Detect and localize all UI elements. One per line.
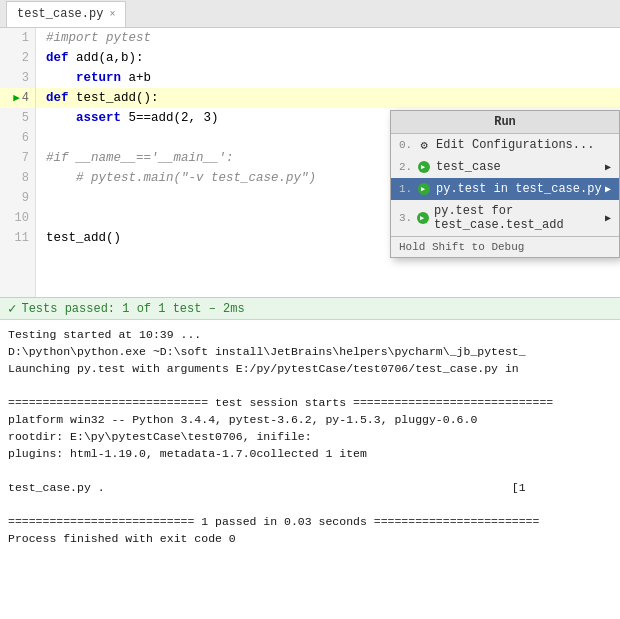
terminal-line-12: Process finished with exit code 0 [8,530,612,547]
run-item-label-0: Edit Configurations... [436,138,594,152]
line-number-11: 11 [0,228,35,248]
tab-label: test_case.py [17,7,103,21]
gear-icon: ⚙ [417,138,431,152]
line-number-8: 8 [0,168,35,188]
code-line-1: #import pytest [36,28,620,48]
editor-area: 123▶4567891011 #import pytestdef add(a,b… [0,28,620,298]
run-item-num-3: 3. [399,212,413,224]
run-item-num-0: 0. [399,139,413,151]
terminal-line-0: Testing started at 10:39 ... [8,326,612,343]
code-line-4: def test_add(): [36,88,620,108]
run-item-num-2: 1. [399,183,413,195]
terminal-line-6: rootdir: E:\py\pytestCase\test0706, inif… [8,428,612,445]
run-popup-item-3[interactable]: 3.py.test for test_case.test_add▶ [391,200,619,236]
line-number-9: 9 [0,188,35,208]
run-popup-hint: Hold Shift to Debug [391,236,619,257]
code-line-3: return a+b [36,68,620,88]
run-item-arrow-3: ▶ [605,212,611,224]
run-icon [417,182,431,196]
terminal-line-10 [8,496,612,513]
line-number-7: 7 [0,148,35,168]
run-item-label-1: test_case [436,160,501,174]
run-item-label-2: py.test in test_case.py [436,182,602,196]
terminal-output: Testing started at 10:39 ...D:\python\py… [0,320,620,619]
terminal-line-5: platform win32 -- Python 3.4.4, pytest-3… [8,411,612,428]
status-bar: ✓ Tests passed: 1 of 1 test – 2ms [0,298,620,320]
run-item-num-1: 2. [399,161,413,173]
run-item-arrow-1: ▶ [605,161,611,173]
terminal-line-7: plugins: html-1.19.0, metadata-1.7.0coll… [8,445,612,462]
line-number-5: 5 [0,108,35,128]
terminal-line-2: Launching py.test with arguments E:/py/p… [8,360,612,377]
run-item-label-3: py.test for test_case.test_add [434,204,605,232]
title-bar: test_case.py × [0,0,620,28]
line-number-1: 1 [0,28,35,48]
run-popup-item-2[interactable]: 1.py.test in test_case.py▶ [391,178,619,200]
run-icon [417,160,431,174]
run-popup: Run 0.⚙Edit Configurations...2.test_case… [390,110,620,258]
terminal-line-1: D:\python\python.exe ~D:\soft install\Je… [8,343,612,360]
terminal-line-11: =========================== 1 passed in … [8,513,612,530]
run-popup-item-0[interactable]: 0.⚙Edit Configurations... [391,134,619,156]
editor-tab[interactable]: test_case.py × [6,1,126,27]
tab-close-button[interactable]: × [109,9,115,20]
terminal-line-3 [8,377,612,394]
run-popup-header: Run [391,111,619,134]
run-icon [417,211,429,225]
terminal-line-4: ============================= test sessi… [8,394,612,411]
terminal-line-9: test_case.py . [1 [8,479,612,496]
line-number-4: ▶4 [0,88,35,108]
run-item-arrow-2: ▶ [605,183,611,195]
code-line-2: def add(a,b): [36,48,620,68]
status-icon: ✓ [8,300,16,317]
line-number-3: 3 [0,68,35,88]
line-numbers: 123▶4567891011 [0,28,36,297]
line-number-6: 6 [0,128,35,148]
status-text: Tests passed: 1 of 1 test – 2ms [21,302,244,316]
run-popup-item-1[interactable]: 2.test_case▶ [391,156,619,178]
line-number-10: 10 [0,208,35,228]
line-number-2: 2 [0,48,35,68]
terminal-line-8 [8,462,612,479]
